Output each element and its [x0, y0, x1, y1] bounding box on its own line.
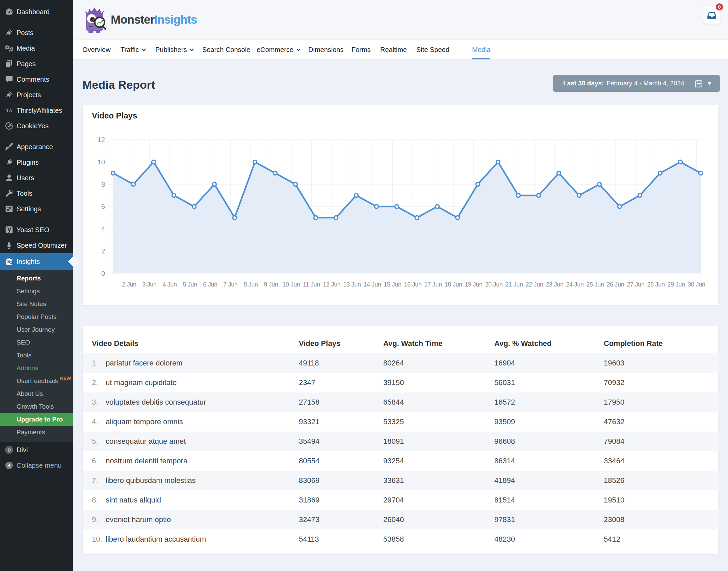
date-range-value: February 4 - March 4, 2024: [606, 80, 684, 87]
yoast-icon: [5, 225, 14, 234]
tab-media[interactable]: Media: [472, 40, 490, 59]
svg-text:7 Jun: 7 Jun: [223, 281, 238, 288]
tab-realtime[interactable]: Realtime: [380, 40, 407, 59]
sidebar-item-label: Posts: [17, 29, 33, 37]
sidebar-item-tools[interactable]: Tools: [0, 186, 73, 201]
submenu-item-about-us[interactable]: About Us: [0, 387, 73, 400]
brand-monster: Monster: [111, 13, 154, 26]
svg-text:25 Jun: 25 Jun: [586, 281, 604, 288]
sidebar-item-speed-optimizer[interactable]: Speed Optimizer: [0, 238, 73, 253]
sidebar-item-comments[interactable]: Comments: [0, 72, 73, 87]
video-name: pariatur facere dolorem: [106, 359, 299, 368]
sidebar-item-yoast-seo[interactable]: Yoast SEO: [0, 222, 73, 238]
avg-pct-watched-value: 93509: [494, 417, 604, 426]
table-header-row: Video DetailsVideo PlaysAvg. Watch TimeA…: [83, 326, 719, 353]
sidebar-item-pages[interactable]: Pages: [0, 56, 73, 72]
sidebar-item-media[interactable]: Media: [0, 40, 73, 56]
sidebar-item-plugins[interactable]: Plugins: [0, 155, 73, 170]
submenu-item-userfeedback[interactable]: UserFeedbackNEW: [0, 375, 73, 387]
tab-ecommerce[interactable]: eCommerce: [257, 40, 302, 59]
sidebar-item-thirstyaffiliates[interactable]: TAThirstyAffiliates: [0, 103, 73, 118]
tab-label: Media: [472, 46, 490, 54]
table-row: 1.pariatur facere dolorem491188026416904…: [83, 353, 719, 373]
submenu-item-label: Site Notes: [17, 300, 46, 308]
tab-overview[interactable]: Overview: [82, 40, 110, 59]
video-name: voluptates debitis consequatur: [106, 398, 299, 407]
sidebar-item-posts[interactable]: Posts: [0, 25, 73, 40]
sidebar-item-label: Media: [17, 45, 35, 52]
sidebar-item-insights[interactable]: Insights: [0, 253, 73, 270]
submenu-item-user-journey[interactable]: User Journey: [0, 323, 73, 336]
tab-dimensions[interactable]: Dimensions: [308, 40, 343, 59]
brand-wordmark: MonsterInsights: [111, 13, 197, 26]
tab-site-speed[interactable]: Site Speed: [416, 40, 449, 59]
tab-search-console[interactable]: Search Console: [202, 40, 250, 59]
submenu-item-addons[interactable]: Addons: [0, 362, 73, 375]
avg-pct-watched-value: 81514: [494, 496, 604, 505]
submenu-item-site-notes[interactable]: Site Notes: [0, 298, 73, 310]
sidebar-item-dashboard[interactable]: Dashboard: [0, 4, 73, 20]
table-row: 7.libero quibusdam molestias830693363141…: [83, 471, 719, 490]
row-rank: 3.: [92, 398, 106, 407]
completion-rate-value: 5412: [604, 535, 719, 544]
column-header: Completion Rate: [604, 339, 719, 348]
submenu-item-growth-tools[interactable]: Growth Tools: [0, 400, 73, 413]
page-title: Media Report: [82, 78, 155, 91]
submenu-item-seo[interactable]: SEO: [0, 336, 73, 349]
svg-text:15 Jun: 15 Jun: [384, 281, 401, 288]
submenu-item-settings[interactable]: Settings: [0, 285, 73, 298]
svg-text:20 Jun: 20 Jun: [485, 281, 502, 288]
submenu-item-reports[interactable]: Reports: [0, 272, 73, 285]
completion-rate-value: 17950: [604, 398, 719, 407]
row-rank: 9.: [92, 515, 106, 524]
completion-rate-value: 23008: [604, 515, 719, 524]
svg-text:3 Jun: 3 Jun: [142, 281, 157, 288]
video-plays-line-chart[interactable]: 0246810122 Jun3 Jun4 Jun5 Jun6 Jun7 Jun8…: [83, 125, 719, 301]
submenu-item-label: Payments: [17, 429, 45, 436]
new-badge: NEW: [60, 376, 71, 381]
sidebar-item-collapse-menu[interactable]: Collapse menu: [0, 458, 73, 473]
column-header: Video Plays: [299, 339, 383, 348]
avg-watch-time-value: 53325: [383, 417, 494, 426]
sidebar-item-divi[interactable]: DDivi: [0, 442, 73, 458]
tab-label: Forms: [352, 46, 371, 54]
date-range-picker[interactable]: Last 30 days: February 4 - March 4, 2024…: [553, 75, 720, 92]
sidebar-item-appearance[interactable]: Appearance: [0, 139, 73, 155]
avg-watch-time-value: 26040: [383, 515, 494, 524]
brand-insights: Insights: [154, 13, 197, 26]
cookie-icon: [5, 121, 14, 130]
row-rank: 1.: [92, 359, 106, 368]
sidebar-item-cookieyes[interactable]: CookieYes: [0, 118, 73, 134]
sidebar-item-projects[interactable]: Projects: [0, 87, 73, 103]
completion-rate-value: 33464: [604, 457, 719, 465]
avg-watch-time-value: 18091: [383, 437, 494, 446]
video-plays-value: 35494: [299, 437, 383, 446]
submenu-item-label: Addons: [17, 364, 38, 372]
svg-text:2 Jun: 2 Jun: [122, 281, 136, 288]
dashboard-icon: [5, 7, 14, 16]
row-rank: 8.: [92, 496, 106, 505]
tab-traffic[interactable]: Traffic: [121, 40, 147, 59]
row-rank: 6.: [92, 457, 106, 465]
tab-forms[interactable]: Forms: [352, 40, 371, 59]
completion-rate-value: 70932: [604, 378, 719, 387]
svg-text:4: 4: [101, 225, 105, 233]
video-plays-value: 2347: [299, 378, 383, 387]
submenu-item-tools[interactable]: Tools: [0, 349, 73, 362]
monsterinsights-logo[interactable]: MonsterInsights: [82, 6, 197, 33]
svg-text:28 Jun: 28 Jun: [647, 281, 665, 288]
table-row: 2.ut magnam cupiditate234739150560317093…: [83, 373, 719, 392]
submenu-item-payments[interactable]: Payments: [0, 426, 73, 439]
sidebar-item-users[interactable]: Users: [0, 170, 73, 186]
brush-icon: [5, 142, 14, 151]
submenu-item-label: Growth Tools: [17, 403, 54, 410]
tab-publishers[interactable]: Publishers: [155, 40, 195, 59]
sidebar-item-label: CookieYes: [17, 122, 49, 130]
sidebar-item-settings[interactable]: Settings: [0, 201, 73, 217]
user-icon: [5, 173, 14, 182]
submenu-item-popular-posts[interactable]: Popular Posts: [0, 310, 73, 323]
submenu-item-upgrade-to-pro[interactable]: Upgrade to Pro: [0, 413, 73, 426]
comment-icon: [5, 75, 14, 84]
video-plays-value: 83069: [299, 476, 383, 485]
sidebar-item-label: Projects: [17, 91, 41, 99]
